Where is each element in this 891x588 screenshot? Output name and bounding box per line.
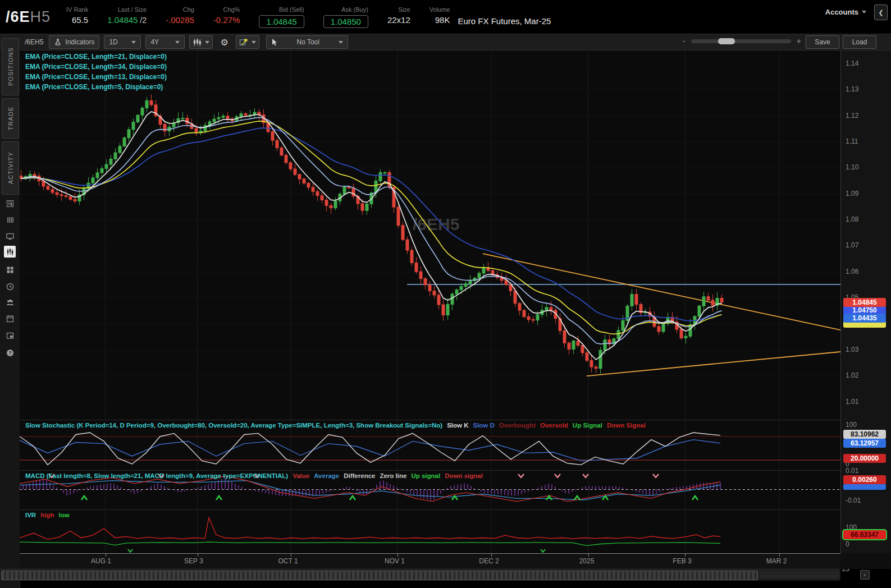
chart-toolbar: /6EH5 Indicators 1D 4Y ⚙ No Tool - + Sav… [0,34,891,50]
field-label: Volume [429,6,450,13]
date-label: SEP 3 [184,557,203,565]
community-icon[interactable] [4,296,16,308]
scrollbar-end-button[interactable]: ▪ [860,570,870,580]
price-badge: 1.04435 [843,314,886,323]
legend-item: Zero line [380,472,406,479]
chevron-down-icon [252,41,256,44]
legend-item: Value [293,472,309,479]
chart-icon[interactable] [4,246,16,258]
legend-item: Difference [344,472,375,479]
clock-icon[interactable] [4,281,16,292]
price-axis[interactable]: 1.141.131.121.111.101.091.081.071.061.05… [840,50,891,553]
axis-tick: 1.12 [846,112,858,120]
macd-label: MACD (Fast length=8, Slow length=21, MAC… [25,472,288,479]
accounts-dropdown[interactable]: Accounts [825,8,866,16]
sidebar-tab-trade[interactable]: TRADE [2,98,19,139]
monitor-icon[interactable] [4,230,16,242]
range-dropdown[interactable]: 4Y [145,35,185,49]
candlestick-chart[interactable]: /6EH5 [20,50,840,420]
sidebar-tab-positions[interactable]: POSITIONS [2,38,19,95]
price-chart-panel[interactable]: EMA (Price=CLOSE, Length=21, Displace=0)… [20,50,840,420]
zoom-slider-thumb[interactable] [718,38,735,44]
price-badge: 1.04845 [843,298,886,307]
left-sidebar: POSITIONSTRADEACTIVITY? [0,50,20,588]
save-button[interactable]: Save [806,35,839,49]
news-icon[interactable] [4,197,16,209]
drawing-tool-icon [239,38,248,47]
load-button[interactable]: Load [843,35,876,49]
chart-style-dropdown[interactable] [189,35,213,49]
zoom-slider[interactable] [691,39,791,43]
popout-icon[interactable] [4,329,16,341]
chevron-down-icon [205,41,209,44]
ema-study-labels: EMA (Price=CLOSE, Length=21, Displace=0)… [25,53,167,93]
active-tool-dropdown[interactable]: No Tool [266,35,348,49]
legend-item: Slow D [473,422,494,429]
zoom-in-button[interactable]: + [797,36,801,45]
date-label: FEB 3 [673,557,691,565]
price-badge: 66.63347 [843,530,886,539]
ivr-panel[interactable]: IVRhighlow [20,509,840,554]
chart-settings-button[interactable]: ⚙ [217,36,231,48]
indicators-button[interactable]: Indicators [49,35,99,49]
quote-field-chg%: Chg%-0.27% [213,6,240,25]
date-tick-mark [397,554,398,557]
field-label: IV Rank [66,6,88,13]
date-tick-mark [588,554,589,557]
axis-tick: 100 [846,421,857,429]
macd-panel[interactable]: MACD (Fast length=8, Slow length=21, MAC… [20,470,840,510]
field-label: Ask (Buy) [341,6,368,13]
price-badge: 20.00000 [843,454,886,463]
date-tick-mark [198,554,198,557]
calendar-icon[interactable] [4,313,16,324]
sidebar-tab-activity[interactable]: ACTIVITY [2,141,19,195]
axis-tick: 1.14 [846,59,858,67]
zoom-control: - + [683,36,801,45]
stochastic-label: Slow Stochastic (K Period=14, D Period=9… [25,422,442,429]
date-tick-mark [106,554,106,557]
axis-tick: 0 [846,540,849,548]
chevron-down-icon [862,11,866,13]
svg-text:?: ? [8,350,11,356]
legend-item: Oversold [540,422,568,429]
date-tick-mark [685,554,686,557]
help-icon[interactable]: ? [4,347,16,359]
date-tick-mark [779,554,780,557]
field-value: 98K [435,15,450,25]
field-label: Bid (Sell) [279,6,304,13]
legend-item: Slow K [447,422,468,429]
price-badge [843,484,886,490]
date-tick-mark [491,554,492,557]
price-badge: 0.00260 [843,475,886,484]
date-axis[interactable]: AUG 1SEP 3OCT 1NOV 1DEC 22025FEB 3MAR 2M… [20,553,840,569]
macd-legend: MACD (Fast length=8, Slow length=21, MAC… [25,472,492,479]
axis-tick: 1.01 [846,398,858,406]
axis-tick: 1.11 [846,137,858,145]
axis-tick: 1.10 [846,163,858,171]
date-label: AUG 1 [91,557,111,565]
ivr-plot[interactable] [20,510,840,554]
field-value: 22x12 [387,15,410,25]
slow-stochastic-panel[interactable]: Slow Stochastic (K Period=14, D Period=9… [20,420,840,471]
legend-item: IVR [25,512,36,518]
quote-field-bid-sell-: Bid (Sell)1.04845 [259,6,304,28]
drawing-tools-dropdown[interactable] [236,35,259,49]
flask-icon [54,38,62,46]
collapse-panel-button[interactable]: ❮ [874,4,888,20]
scrollbar-track[interactable] [759,571,839,579]
scrollbar-thumb[interactable] [1,571,758,580]
zoom-out-button[interactable]: - [683,36,686,45]
axis-tick: 1.03 [846,346,858,353]
field-value: -.00285 [166,15,194,25]
timeframe-dropdown[interactable]: 1D [104,35,141,49]
grid-icon[interactable] [4,264,16,275]
quote-field-iv-rank: IV Rank65.5 [66,6,88,25]
date-label: DEC 2 [479,557,499,565]
horizontal-scrollbar[interactable] [0,569,840,581]
axis-tick: 1.09 [846,190,858,197]
symbol-title: /6EH5 [6,8,51,26]
legend-item: Up Signal [573,422,602,429]
watchlist-icon[interactable] [4,214,16,226]
field-label: Size [398,6,410,13]
legend-item: Average [314,472,339,479]
